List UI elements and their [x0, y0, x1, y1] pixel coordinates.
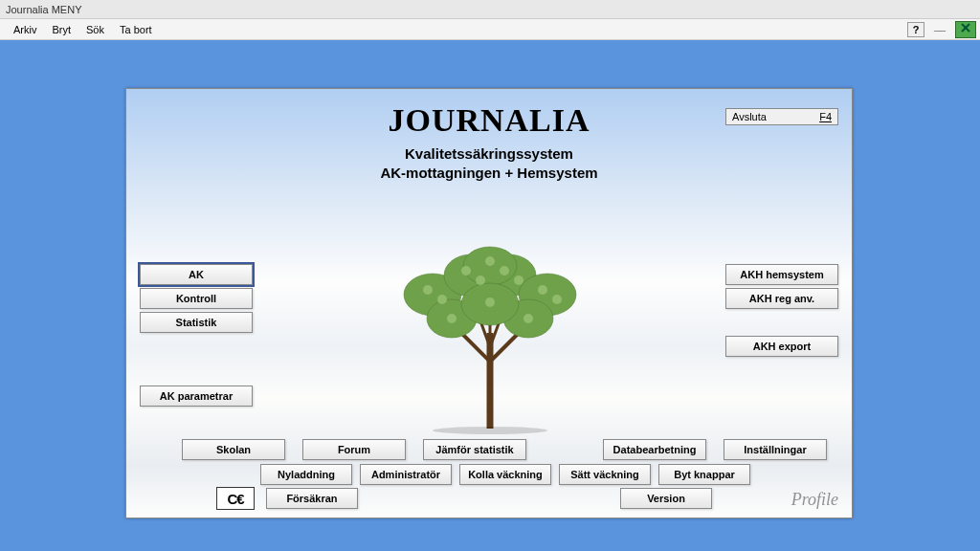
avsluta-button[interactable]: Avsluta F4 [725, 108, 838, 125]
kolla-vackning-button[interactable]: Kolla väckning [459, 464, 551, 485]
svg-point-29 [523, 314, 533, 323]
databearbetning-button[interactable]: Databearbetning [603, 439, 706, 460]
help-button[interactable]: ? [907, 22, 924, 37]
tree-illustration [385, 228, 595, 438]
menubar: Arkiv Bryt Sök Ta bort ? __ [0, 19, 980, 40]
avsluta-key: F4 [819, 111, 832, 122]
ak-button[interactable]: AK [140, 264, 253, 285]
byt-knappar-button[interactable]: Byt knappar [658, 464, 750, 485]
close-icon [960, 22, 971, 33]
svg-point-30 [433, 427, 547, 434]
menu-sok[interactable]: Sök [78, 21, 112, 38]
forsakran-button[interactable]: Försäkran [266, 488, 358, 509]
svg-point-25 [552, 295, 562, 304]
left-button-group: AK Kontroll Statistik [140, 264, 253, 333]
minimize-button[interactable]: __ [930, 22, 949, 37]
ce-mark: C€ [216, 487, 255, 510]
close-button[interactable] [955, 21, 976, 38]
version-button[interactable]: Version [620, 488, 712, 509]
jamfor-statistik-button[interactable]: Jämför statistik [423, 439, 526, 460]
button-row-3: C€ Försäkran Version [216, 487, 827, 510]
app-body: Avsluta F4 JOURNALIA Kvalitetssäkringssy… [0, 40, 980, 551]
menu-bryt[interactable]: Bryt [44, 21, 78, 38]
profile-logo: Profile [791, 490, 838, 510]
satt-vackning-button[interactable]: Sätt väckning [559, 464, 651, 485]
svg-point-28 [447, 314, 457, 323]
ak-parametrar-button[interactable]: AK parametrar [140, 386, 253, 407]
akh-export-button[interactable]: AKH export [725, 336, 838, 357]
svg-point-27 [485, 298, 495, 307]
window-controls: ? __ [907, 21, 976, 38]
kontroll-button[interactable]: Kontroll [140, 288, 253, 309]
svg-point-21 [476, 276, 485, 285]
menu-arkiv[interactable]: Arkiv [6, 21, 44, 38]
svg-point-26 [485, 256, 495, 266]
main-panel: Avsluta F4 JOURNALIA Kvalitetssäkringssy… [125, 88, 853, 518]
svg-point-19 [437, 295, 447, 304]
button-row-2: Nyladdning Administratör Kolla väckning … [260, 464, 750, 485]
installningar-button[interactable]: Inställningar [724, 439, 827, 460]
svg-point-23 [514, 276, 523, 285]
window-titlebar: Journalia MENY [0, 0, 980, 19]
svg-point-22 [500, 266, 509, 276]
button-row-1: Skolan Forum Jämför statistik Databearbe… [182, 439, 827, 460]
nyladdning-button[interactable]: Nyladdning [260, 464, 352, 485]
statistik-button[interactable]: Statistik [140, 312, 253, 333]
window-title: Journalia MENY [6, 4, 81, 15]
right-button-group: AKH hemsystem AKH reg anv. [725, 264, 838, 309]
administrator-button[interactable]: Administratör [360, 464, 452, 485]
forum-button[interactable]: Forum [302, 439, 406, 460]
app-subtitle: Kvalitetssäkringssystem AK-mottagningen … [126, 144, 852, 184]
svg-point-20 [461, 266, 471, 276]
svg-point-24 [538, 285, 547, 295]
akh-reg-anv-button[interactable]: AKH reg anv. [725, 288, 838, 309]
svg-point-18 [423, 285, 433, 295]
menu-ta-bort[interactable]: Ta bort [112, 21, 160, 38]
avsluta-label: Avsluta [732, 111, 767, 122]
skolan-button[interactable]: Skolan [182, 439, 285, 460]
akh-hemsystem-button[interactable]: AKH hemsystem [725, 264, 838, 285]
